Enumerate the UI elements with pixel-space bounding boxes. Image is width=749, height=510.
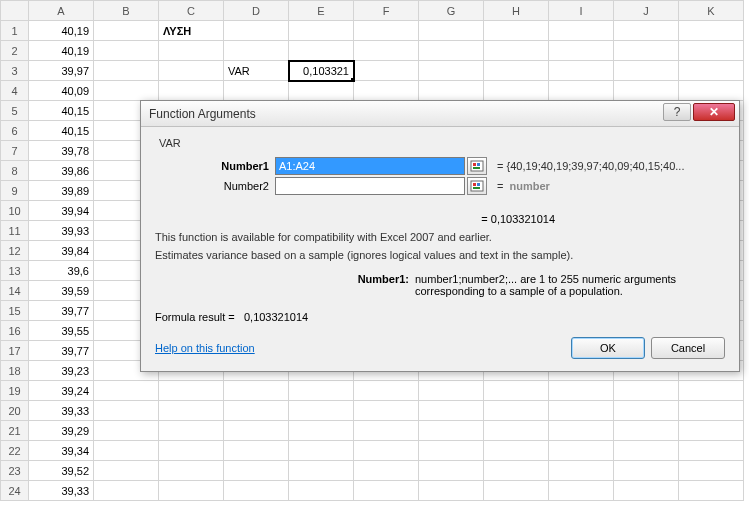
cell-G21[interactable] <box>419 421 484 441</box>
cell-K24[interactable] <box>679 481 744 501</box>
cell-A9[interactable]: 39,89 <box>29 181 94 201</box>
row-header-20[interactable]: 20 <box>1 401 29 421</box>
cell-K22[interactable] <box>679 441 744 461</box>
arg2-input[interactable] <box>275 177 465 195</box>
cell-B22[interactable] <box>94 441 159 461</box>
cell-C23[interactable] <box>159 461 224 481</box>
row-header-11[interactable]: 11 <box>1 221 29 241</box>
cell-J4[interactable] <box>614 81 679 101</box>
row-header-3[interactable]: 3 <box>1 61 29 81</box>
col-header-B[interactable]: B <box>94 1 159 21</box>
cell-A19[interactable]: 39,24 <box>29 381 94 401</box>
cell-H22[interactable] <box>484 441 549 461</box>
row-header-8[interactable]: 8 <box>1 161 29 181</box>
col-header-E[interactable]: E <box>289 1 354 21</box>
cell-D4[interactable] <box>224 81 289 101</box>
cell-G20[interactable] <box>419 401 484 421</box>
col-header-K[interactable]: K <box>679 1 744 21</box>
cell-I1[interactable] <box>549 21 614 41</box>
cell-J2[interactable] <box>614 41 679 61</box>
arg1-collapse-button[interactable] <box>467 157 487 175</box>
cell-D2[interactable] <box>224 41 289 61</box>
cell-A24[interactable]: 39,33 <box>29 481 94 501</box>
row-header-17[interactable]: 17 <box>1 341 29 361</box>
arg2-collapse-button[interactable] <box>467 177 487 195</box>
cell-H1[interactable] <box>484 21 549 41</box>
cell-F3[interactable] <box>354 61 419 81</box>
cell-A12[interactable]: 39,84 <box>29 241 94 261</box>
ok-button[interactable]: OK <box>571 337 645 359</box>
row-header-14[interactable]: 14 <box>1 281 29 301</box>
cell-A1[interactable]: 40,19 <box>29 21 94 41</box>
arg1-input[interactable] <box>275 157 465 175</box>
cell-D20[interactable] <box>224 401 289 421</box>
cell-E23[interactable] <box>289 461 354 481</box>
cancel-button[interactable]: Cancel <box>651 337 725 359</box>
cell-E1[interactable] <box>289 21 354 41</box>
cell-D21[interactable] <box>224 421 289 441</box>
cell-H20[interactable] <box>484 401 549 421</box>
cell-C21[interactable] <box>159 421 224 441</box>
cell-H4[interactable] <box>484 81 549 101</box>
cell-B4[interactable] <box>94 81 159 101</box>
row-header-7[interactable]: 7 <box>1 141 29 161</box>
cell-E21[interactable] <box>289 421 354 441</box>
cell-K21[interactable] <box>679 421 744 441</box>
cell-J3[interactable] <box>614 61 679 81</box>
row-header-23[interactable]: 23 <box>1 461 29 481</box>
cell-K3[interactable] <box>679 61 744 81</box>
cell-B24[interactable] <box>94 481 159 501</box>
col-header-J[interactable]: J <box>614 1 679 21</box>
cell-E4[interactable] <box>289 81 354 101</box>
help-button[interactable]: ? <box>663 103 691 121</box>
cell-I23[interactable] <box>549 461 614 481</box>
cell-A11[interactable]: 39,93 <box>29 221 94 241</box>
cell-A2[interactable]: 40,19 <box>29 41 94 61</box>
cell-D19[interactable] <box>224 381 289 401</box>
col-header-F[interactable]: F <box>354 1 419 21</box>
cell-J23[interactable] <box>614 461 679 481</box>
row-header-21[interactable]: 21 <box>1 421 29 441</box>
col-header-G[interactable]: G <box>419 1 484 21</box>
cell-K20[interactable] <box>679 401 744 421</box>
cell-D23[interactable] <box>224 461 289 481</box>
cell-C4[interactable] <box>159 81 224 101</box>
dialog-titlebar[interactable]: Function Arguments ? ✕ <box>141 101 739 127</box>
cell-H24[interactable] <box>484 481 549 501</box>
cell-I22[interactable] <box>549 441 614 461</box>
cell-G2[interactable] <box>419 41 484 61</box>
cell-H2[interactable] <box>484 41 549 61</box>
cell-J1[interactable] <box>614 21 679 41</box>
cell-B19[interactable] <box>94 381 159 401</box>
cell-F22[interactable] <box>354 441 419 461</box>
row-header-19[interactable]: 19 <box>1 381 29 401</box>
col-header-I[interactable]: I <box>549 1 614 21</box>
cell-E2[interactable] <box>289 41 354 61</box>
cell-D1[interactable] <box>224 21 289 41</box>
cell-C2[interactable] <box>159 41 224 61</box>
cell-J20[interactable] <box>614 401 679 421</box>
cell-K2[interactable] <box>679 41 744 61</box>
cell-I4[interactable] <box>549 81 614 101</box>
cell-F21[interactable] <box>354 421 419 441</box>
cell-G19[interactable] <box>419 381 484 401</box>
cell-J19[interactable] <box>614 381 679 401</box>
cell-H3[interactable] <box>484 61 549 81</box>
row-header-15[interactable]: 15 <box>1 301 29 321</box>
row-header-9[interactable]: 9 <box>1 181 29 201</box>
cell-A8[interactable]: 39,86 <box>29 161 94 181</box>
cell-C1[interactable]: ΛΥΣΗ <box>159 21 224 41</box>
cell-F23[interactable] <box>354 461 419 481</box>
cell-E20[interactable] <box>289 401 354 421</box>
cell-I20[interactable] <box>549 401 614 421</box>
cell-B2[interactable] <box>94 41 159 61</box>
cell-J21[interactable] <box>614 421 679 441</box>
cell-D3[interactable]: VAR <box>224 61 289 81</box>
cell-F19[interactable] <box>354 381 419 401</box>
cell-A5[interactable]: 40,15 <box>29 101 94 121</box>
cell-C22[interactable] <box>159 441 224 461</box>
col-header-H[interactable]: H <box>484 1 549 21</box>
cell-C24[interactable] <box>159 481 224 501</box>
cell-E22[interactable] <box>289 441 354 461</box>
cell-A6[interactable]: 40,15 <box>29 121 94 141</box>
